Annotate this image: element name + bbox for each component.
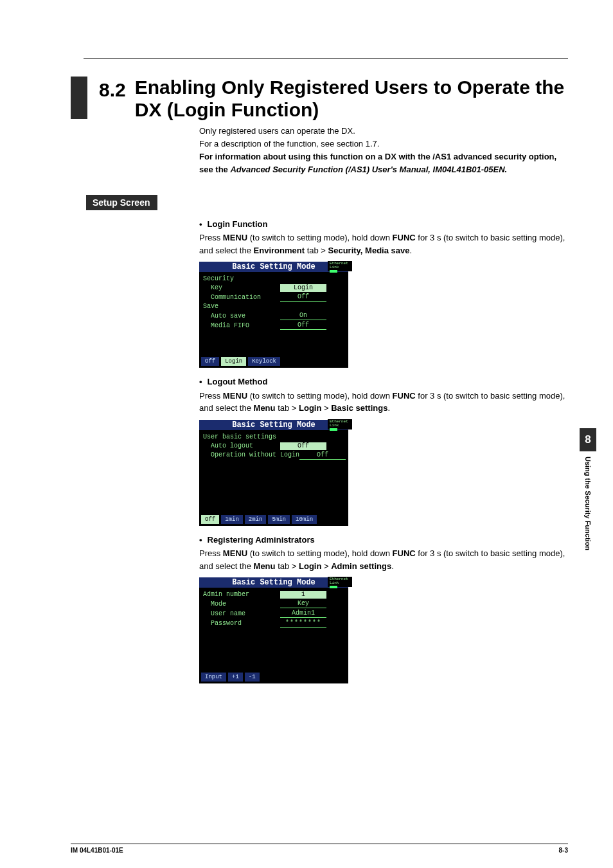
intro-p2: For a description of the function, see s… bbox=[199, 138, 568, 150]
softkey[interactable]: Input bbox=[201, 673, 226, 682]
softkey[interactable]: -1 bbox=[245, 673, 260, 682]
device-field-value: On bbox=[280, 312, 326, 320]
device-row: User nameAdmin1 bbox=[203, 609, 344, 619]
intro-p3: For information about using this functio… bbox=[199, 150, 568, 176]
device-field-value: Key bbox=[280, 600, 326, 608]
chapter-label: Using the Security Function bbox=[584, 457, 592, 550]
device-field-label: Operation without Login bbox=[203, 451, 299, 459]
screen-subtitle: User basic settings bbox=[203, 433, 280, 441]
device-row: Media FIFOOff bbox=[203, 321, 344, 330]
page-number: 8-3 bbox=[559, 847, 568, 854]
device-field-label: Key bbox=[203, 284, 280, 292]
logout-method-heading: Logout Method bbox=[199, 375, 568, 388]
device-field-value: Off bbox=[280, 293, 326, 302]
ethernet-indicator: Ethernet Link bbox=[328, 419, 352, 429]
logout-steps: Press MENU (to switch to setting mode), … bbox=[199, 390, 568, 415]
device-title: Basic Setting Mode bbox=[199, 262, 348, 272]
device-field-label: Password bbox=[203, 620, 280, 628]
device-row: Save bbox=[203, 302, 344, 311]
device-title: Basic Setting Mode bbox=[199, 420, 348, 430]
device-field-value: Admin1 bbox=[280, 610, 326, 618]
softkey[interactable]: 2min bbox=[245, 515, 267, 524]
ethernet-indicator: Ethernet Link bbox=[328, 577, 352, 587]
device-field-label: Admin number bbox=[203, 591, 280, 599]
device-row: Security bbox=[203, 275, 344, 284]
device-row: Operation without LoginOff bbox=[203, 451, 344, 460]
device-row: CommunicationOff bbox=[203, 293, 344, 302]
device-row: Auto saveOn bbox=[203, 311, 344, 321]
softkey[interactable]: 10min bbox=[292, 515, 317, 524]
device-field-label: Security bbox=[203, 275, 280, 283]
chapter-number: 8 bbox=[580, 428, 596, 451]
register-admin-heading: Registering Administrators bbox=[199, 534, 568, 547]
intro-p1: Only registered users can operate the DX… bbox=[199, 125, 568, 138]
device-field-label: Auto logout bbox=[203, 442, 280, 450]
device-field-value: Off bbox=[299, 451, 346, 460]
device-row: KeyLogin bbox=[203, 284, 344, 293]
device-screen-login: Basic Setting Mode Ethernet Link Securit… bbox=[199, 262, 348, 368]
device-field-label: Media FIFO bbox=[203, 322, 280, 330]
device-field-value: Login bbox=[280, 284, 326, 292]
setup-screen-label: Setup Screen bbox=[86, 195, 157, 210]
section-title-line1: Enabling Only Registered Users to Operat… bbox=[135, 77, 565, 99]
device-field-label: Communication bbox=[203, 294, 280, 302]
chapter-tab: 8 Using the Security Function bbox=[580, 428, 596, 550]
device-screen-logout: Basic Setting Mode Ethernet Link User ba… bbox=[199, 420, 348, 526]
heading-marker bbox=[71, 77, 87, 119]
softkey[interactable]: 1min bbox=[221, 515, 243, 524]
device-field-label: Auto save bbox=[203, 312, 280, 320]
device-screen-admin: Basic Setting Mode Ethernet Link Admin n… bbox=[199, 577, 348, 683]
device-row: Admin number1 bbox=[203, 590, 344, 599]
device-field-label: Mode bbox=[203, 601, 280, 608]
softkey[interactable]: Off bbox=[201, 515, 219, 524]
intro-block: Only registered users can operate the DX… bbox=[199, 125, 568, 177]
device-field-label: Save bbox=[203, 303, 280, 311]
softkey[interactable]: Keylock bbox=[248, 357, 280, 366]
device-row: Password******** bbox=[203, 619, 344, 628]
device-row: ModeKey bbox=[203, 599, 344, 609]
login-steps: Press MENU (to switch to setting mode), … bbox=[199, 231, 568, 257]
softkey[interactable]: +1 bbox=[228, 673, 243, 682]
manual-id: IM 04L41B01-01E bbox=[71, 847, 123, 854]
device-field-label: User name bbox=[203, 610, 280, 618]
softkey[interactable]: Off bbox=[201, 357, 219, 366]
device-field-value: 1 bbox=[280, 591, 326, 599]
device-field-value: ******** bbox=[280, 619, 326, 628]
ethernet-indicator: Ethernet Link bbox=[328, 261, 352, 271]
device-field-value: Off bbox=[280, 442, 326, 450]
device-row: Auto logoutOff bbox=[203, 442, 344, 451]
device-title: Basic Setting Mode bbox=[199, 577, 348, 588]
login-function-heading: Login Function bbox=[199, 218, 568, 231]
softkey[interactable]: 5min bbox=[268, 515, 290, 524]
section-title-line2: DX (Login Function) bbox=[135, 99, 565, 122]
softkey[interactable]: Login bbox=[221, 357, 246, 366]
section-heading: 8.2 Enabling Only Registered Users to Op… bbox=[71, 77, 568, 121]
admin-steps: Press MENU (to switch to setting mode), … bbox=[199, 547, 568, 572]
page-footer: IM 04L41B01-01E 8-3 bbox=[71, 844, 568, 854]
device-field-value: Off bbox=[280, 321, 326, 330]
section-number: 8.2 bbox=[99, 77, 126, 100]
